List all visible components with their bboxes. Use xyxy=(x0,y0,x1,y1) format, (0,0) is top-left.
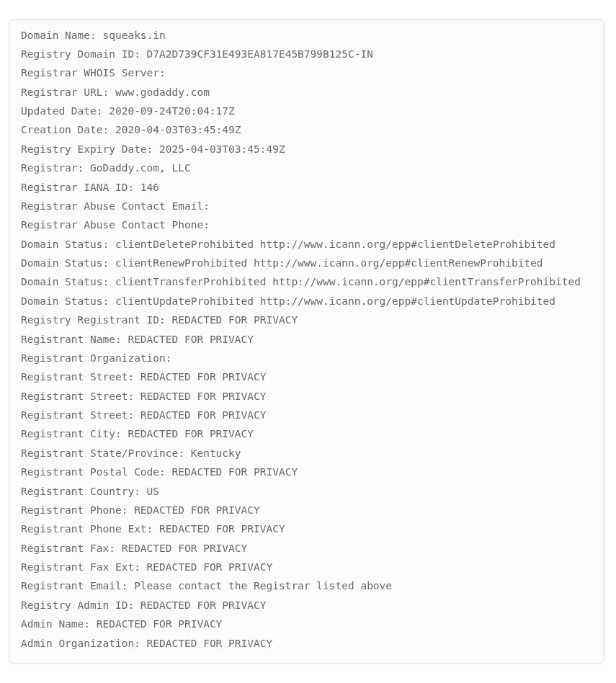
whois-record-block: Domain Name: squeaks.in Registry Domain … xyxy=(9,19,604,664)
